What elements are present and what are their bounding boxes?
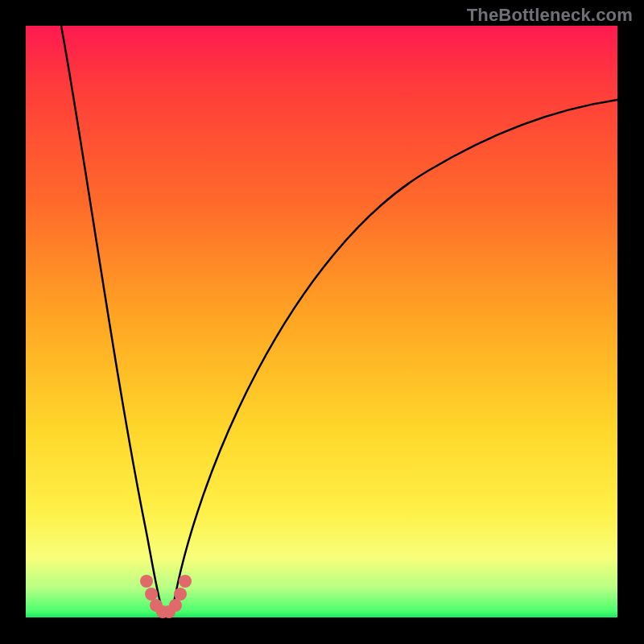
plot-area: [26, 26, 617, 617]
outer-frame: TheBottleneck.com: [0, 0, 644, 644]
curve-right-branch: [172, 100, 617, 612]
svg-point-1: [145, 588, 158, 601]
svg-point-7: [179, 575, 192, 588]
svg-point-6: [174, 588, 187, 601]
curve-layer: [26, 26, 617, 617]
svg-point-0: [140, 575, 153, 588]
attribution-watermark: TheBottleneck.com: [467, 5, 633, 26]
marker-cluster: [140, 575, 192, 618]
curve-left-branch: [61, 26, 163, 612]
svg-point-5: [169, 599, 182, 612]
